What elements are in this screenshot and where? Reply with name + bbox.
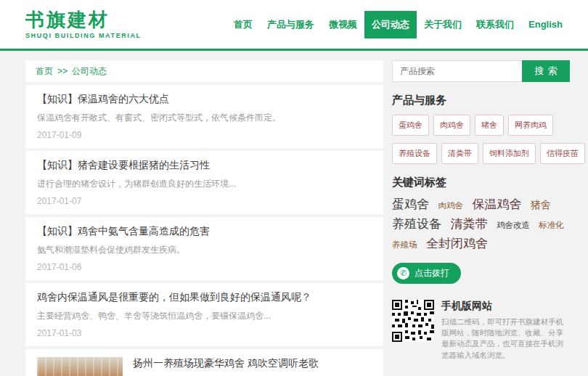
news-title[interactable]: 鸡舍内保温通风是很重要的，但如果做到良好的保温通风呢？: [37, 291, 372, 303]
mobile-site-title: 手机版网站: [441, 300, 570, 313]
product-tag[interactable]: 网养肉鸡: [508, 115, 553, 136]
keyword-tag[interactable]: 保温鸡舍: [472, 197, 521, 211]
mobile-site-description: 扫描二维码，即可打开书旗建材手机版网站，随时随地浏览、收藏、分享最新动态及产品，…: [441, 316, 570, 361]
keyword-tag[interactable]: 猪舍: [531, 199, 551, 211]
news-description: 氨气和潮湿垫料会促使鸡群发生疾病。: [37, 245, 372, 255]
news-title[interactable]: 【知识】保温鸡舍的六大优点: [37, 93, 372, 105]
nav-item-about[interactable]: 关于我们: [417, 11, 469, 38]
product-tag[interactable]: 养殖设备: [392, 143, 437, 164]
product-tag-row: 蛋鸡舍 肉鸡舍 猪舍 网养肉鸡: [392, 115, 570, 136]
logo-subtitle: SHUQI BUILDING MATERIAL: [25, 32, 142, 39]
news-thumbnail: [37, 357, 123, 376]
news-item[interactable]: 【知识】猪舍建设要根据猪的生活习性 进行合理的猪舍设计，为猪群创造良好的生活环境…: [25, 151, 383, 214]
keyword-tag-cloud: 蛋鸡舍 肉鸡舍 保温鸡舍 猪舍 养殖设备 清粪带 鸡舍改造 标准化养殖场 全封闭…: [392, 195, 570, 254]
nav-item-video[interactable]: 微视频: [322, 11, 364, 38]
products-section-title: 产品与服务: [392, 94, 570, 107]
news-item[interactable]: 【知识】鸡舍中氨气含量高造成的危害 氨气和潮湿垫料会促使鸡群发生疾病。 2017…: [25, 217, 383, 280]
news-item[interactable]: 鸡舍内保温通风是很重要的，但如果做到良好的保温通风呢？ 主要经营鸡舍、鸭舍、羊舍…: [25, 283, 383, 346]
keyword-tag[interactable]: 养殖设备: [392, 217, 441, 231]
news-description: 主要经营鸡舍、鸭舍、羊舍等浇筑恒温鸡舍，要镶保温鸡舍...: [37, 311, 372, 321]
product-tag[interactable]: 猪舍: [475, 115, 504, 136]
nav-item-contact[interactable]: 联系我们: [469, 11, 521, 38]
news-date: 2017-01-06: [37, 262, 372, 272]
breadcrumb-home-link[interactable]: 首页: [36, 65, 53, 78]
product-tag[interactable]: 蛋鸡舍: [392, 115, 429, 136]
nav-item-english[interactable]: English: [521, 12, 570, 37]
keyword-tag[interactable]: 清粪带: [450, 217, 487, 231]
breadcrumb-separator: >>: [57, 66, 68, 76]
nav-item-home[interactable]: 首页: [226, 11, 260, 38]
product-tag[interactable]: 肉鸡舍: [433, 115, 470, 136]
news-title[interactable]: 【知识】猪舍建设要根据猪的生活习性: [37, 159, 372, 171]
sidebar: 搜索 产品与服务 蛋鸡舍 肉鸡舍 猪舍 网养肉鸡 养殖设备 清粪带 饲料添加剂 …: [392, 60, 570, 376]
nav-item-products[interactable]: 产品与服务: [260, 11, 322, 38]
news-title[interactable]: 【知识】鸡舍中氨气含量高造成的危害: [37, 225, 372, 237]
keyword-tag[interactable]: 蛋鸡舍: [392, 197, 429, 211]
product-tag[interactable]: 清粪带: [441, 143, 478, 164]
keyword-tag[interactable]: 鸡舍改造: [497, 221, 530, 229]
keyword-tag[interactable]: 肉鸡舍: [438, 201, 463, 210]
breadcrumb: 首页 >> 公司动态: [25, 60, 383, 82]
mobile-site-qr-block: 手机版网站 扫描二维码，即可打开书旗建材手机版网站，随时随地浏览、收藏、分享最新…: [392, 300, 570, 361]
click-to-call-button[interactable]: ✆ 点击拨打: [392, 263, 461, 284]
keywords-section-title: 关键词标签: [392, 176, 570, 189]
logo[interactable]: 书旗建材 SHUQI BUILDING MATERIAL: [25, 9, 142, 40]
news-date: 2017-01-09: [37, 130, 372, 140]
qr-code-mobile-site: [392, 300, 434, 342]
product-tag[interactable]: 饲料添加剂: [483, 143, 536, 164]
main-nav: 首页 产品与服务 微视频 公司动态 关于我们 联系我们 English: [226, 11, 570, 38]
header: 书旗建材 SHUQI BUILDING MATERIAL 首页 产品与服务 微视…: [0, 0, 588, 51]
call-button-label: 点击拨打: [415, 267, 449, 279]
news-title[interactable]: 扬州一养殖场现豪华鸡舍 鸡吹空调听老歌: [133, 357, 319, 369]
product-search: 搜索: [392, 60, 570, 82]
news-column: 首页 >> 公司动态 【知识】保温鸡舍的六大优点 保温鸡舍有开敞式、有窗式、密闭…: [25, 60, 383, 376]
search-button[interactable]: 搜索: [522, 60, 570, 82]
search-input[interactable]: [392, 60, 522, 82]
breadcrumb-current: 公司动态: [72, 65, 107, 78]
news-item[interactable]: 扬州一养殖场现豪华鸡舍 鸡吹空调听老歌 2016-11-30: [25, 349, 383, 376]
news-description: 进行合理的猪舍设计，为猪群创造良好的生活环境...: [37, 179, 372, 189]
product-tag[interactable]: 信得疫苗: [540, 143, 585, 164]
news-description: 保温鸡舍有开敞式、有窗式、密闭式等型式，依气候条件而定。: [37, 113, 372, 123]
logo-title: 书旗建材: [25, 9, 142, 30]
content: 首页 >> 公司动态 【知识】保温鸡舍的六大优点 保温鸡舍有开敞式、有窗式、密闭…: [0, 51, 588, 376]
nav-item-company-news[interactable]: 公司动态: [364, 11, 417, 38]
product-tag-row: 养殖设备 清粪带 饲料添加剂 信得疫苗: [392, 143, 570, 164]
news-item[interactable]: 【知识】保温鸡舍的六大优点 保温鸡舍有开敞式、有窗式、密闭式等型式，依气候条件而…: [25, 85, 383, 148]
phone-icon: ✆: [397, 267, 409, 279]
news-date: 2017-01-07: [37, 196, 372, 206]
keyword-tag[interactable]: 全封闭鸡舍: [426, 237, 488, 250]
news-date: 2017-01-03: [37, 328, 372, 338]
